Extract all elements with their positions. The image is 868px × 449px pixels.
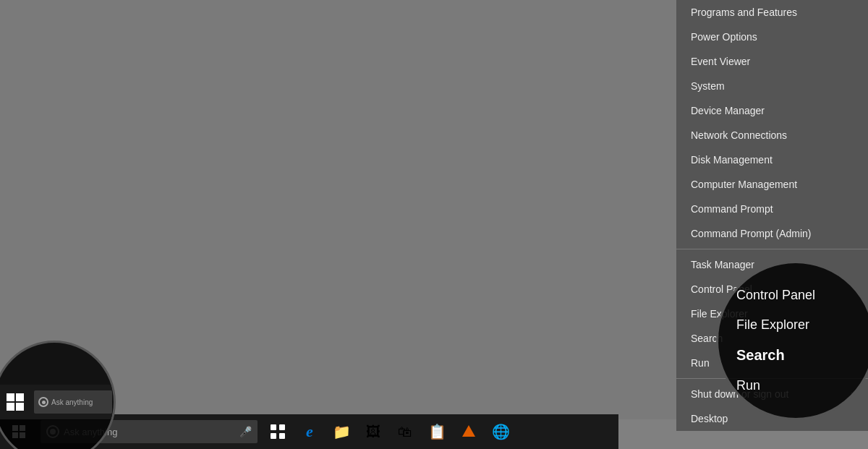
svg-rect-1 xyxy=(279,424,285,430)
context-menu-item-device-manager[interactable]: Device Manager xyxy=(676,98,868,123)
svg-rect-0 xyxy=(271,424,276,430)
context-menu-item-cmd[interactable]: Command Prompt xyxy=(676,197,868,221)
file-explorer-icon[interactable]: 📁 xyxy=(327,417,356,446)
circle-start-button xyxy=(0,385,34,419)
circle-zoom-menu: Control Panel File Explorer Search Run xyxy=(716,261,868,420)
circle-control-panel-item[interactable]: Control Panel xyxy=(729,281,862,310)
edge-browser-icon: e xyxy=(306,422,313,441)
task-view-button[interactable] xyxy=(263,417,292,446)
svg-rect-2 xyxy=(271,433,276,439)
circle-run-item[interactable]: Run xyxy=(729,371,862,401)
circle-search-bar: Ask anything xyxy=(34,390,112,414)
circle-search-text: Ask anything xyxy=(51,398,93,406)
context-menu-item-computer-mgmt[interactable]: Computer Management xyxy=(676,172,868,197)
context-menu-item-cmd-admin[interactable]: Command Prompt (Admin) xyxy=(676,221,868,246)
context-menu-item-power[interactable]: Power Options xyxy=(676,25,868,49)
svg-rect-3 xyxy=(279,433,285,439)
sticky-notes-icon[interactable]: 📋 xyxy=(422,417,451,446)
context-menu-divider-1 xyxy=(676,249,868,249)
store-icon[interactable]: 🛍 xyxy=(391,417,420,446)
microphone-icon: 🎤 xyxy=(239,426,252,437)
edge-icon[interactable]: e xyxy=(295,417,324,446)
svg-marker-4 xyxy=(462,425,475,437)
context-menu-item-event-viewer[interactable]: Event Viewer xyxy=(676,49,868,74)
context-menu-item-disk[interactable]: Disk Management xyxy=(676,147,868,172)
circle-search-item[interactable]: Search xyxy=(729,340,862,371)
circle-cortana-icon xyxy=(38,397,48,407)
circle-windows-logo xyxy=(7,393,24,411)
context-menu-item-network[interactable]: Network Connections xyxy=(676,123,868,147)
circle-file-explorer-item[interactable]: File Explorer xyxy=(729,310,862,340)
context-menu-item-system[interactable]: System xyxy=(676,74,868,98)
photos-icon[interactable]: 🖼 xyxy=(359,417,388,446)
context-menu-item-programs[interactable]: Programs and Features xyxy=(676,0,868,25)
taskbar-pinned-icons: e 📁 🖼 🛍 📋 🌐 xyxy=(263,417,515,446)
app-icon-6[interactable] xyxy=(454,417,483,446)
app-icon-7[interactable]: 🌐 xyxy=(486,417,515,446)
